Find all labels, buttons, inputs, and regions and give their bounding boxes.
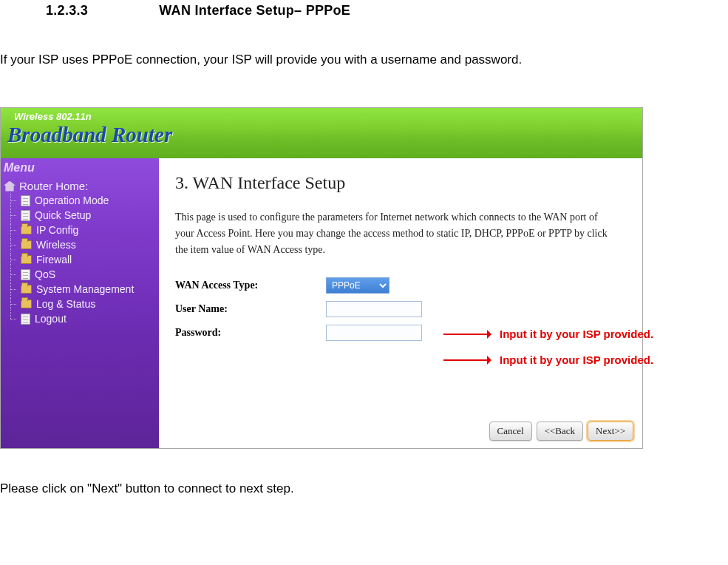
annotation-password-text: Input it by your ISP provided.	[500, 353, 653, 366]
password-label: Password:	[175, 327, 326, 339]
cancel-button[interactable]: Cancel	[489, 422, 532, 441]
tree-line-icon	[6, 297, 16, 311]
tree-line-icon	[6, 282, 16, 296]
sidebar-item-quick-setup[interactable]: Quick Setup	[6, 208, 159, 223]
next-button[interactable]: Next>>	[588, 422, 633, 441]
sidebar-root-label: Router Home:	[19, 180, 88, 192]
tree-line-icon	[6, 253, 16, 266]
folder-icon	[21, 226, 32, 234]
banner-wireless-label: Wireless 802.11n	[14, 111, 92, 122]
sidebar-item-logout[interactable]: Logout	[6, 311, 159, 326]
home-icon	[4, 181, 16, 192]
folder-icon	[21, 285, 32, 294]
sidebar-item-operation-mode[interactable]: Operation Mode	[6, 193, 159, 208]
annotation-password: Input it by your ISP provided.	[443, 353, 653, 366]
sidebar-item-label: IP Config	[36, 224, 78, 236]
sidebar-item-label: Quick Setup	[35, 209, 91, 221]
doc-section-title: WAN Interface Setup– PPPoE	[159, 3, 350, 18]
back-button[interactable]: <<Back	[537, 422, 583, 441]
sidebar-item-label: QoS	[35, 268, 55, 280]
folder-icon	[21, 240, 32, 249]
sidebar-item-label: Log & Status	[36, 298, 95, 310]
document-icon	[21, 269, 30, 280]
tree-line-icon	[6, 238, 16, 251]
sidebar-item-system-management[interactable]: System Management	[6, 282, 159, 297]
sidebar-menu-title: Menu	[1, 160, 159, 179]
router-admin-ui: Wireless 802.11n Broadband Router Menu R…	[0, 107, 643, 449]
sidebar-item-label: System Management	[36, 283, 134, 295]
annotation-username: Input it by your ISP provided.	[443, 328, 653, 340]
document-icon	[21, 195, 30, 206]
username-label: User Name:	[175, 303, 326, 315]
sidebar-item-label: Firewall	[36, 254, 72, 265]
sidebar-item-label: Logout	[35, 313, 67, 325]
folder-icon	[21, 300, 32, 308]
folder-icon	[21, 255, 32, 264]
arrow-icon	[443, 334, 489, 335]
wan-access-type-select[interactable]: PPPoE	[326, 277, 389, 294]
screenshot-wrap: Wireless 802.11n Broadband Router Menu R…	[0, 107, 728, 449]
tree-line-icon	[6, 268, 16, 281]
sidebar-item-log-status[interactable]: Log & Status	[6, 297, 159, 311]
password-input[interactable]	[326, 325, 422, 341]
content-heading: 3. WAN Interface Setup	[175, 173, 633, 193]
router-banner: Wireless 802.11n Broadband Router	[1, 108, 642, 158]
tree-line-icon	[6, 312, 16, 325]
doc-intro-text: If your ISP uses PPPoE connection, your …	[0, 20, 728, 73]
doc-section-heading: 1.2.3.3 WAN Interface Setup– PPPoE	[0, 0, 728, 20]
tree-line-icon	[6, 209, 16, 222]
sidebar: Menu Router Home: Operation ModeQuick Se…	[1, 158, 159, 448]
doc-outro-text: Please click on "Next" button to connect…	[0, 449, 728, 496]
sidebar-item-label: Wireless	[36, 239, 76, 251]
sidebar-root[interactable]: Router Home:	[4, 179, 159, 193]
tree-line-icon	[6, 194, 16, 207]
wan-access-type-label: WAN Access Type:	[175, 280, 326, 291]
content-description: This page is used to configure the param…	[175, 209, 619, 258]
username-input[interactable]	[326, 301, 422, 317]
tree-line-icon	[6, 223, 16, 237]
annotation-username-text: Input it by your ISP provided.	[500, 328, 653, 340]
doc-section-number: 1.2.3.3	[46, 3, 155, 18]
arrow-icon	[443, 359, 489, 361]
banner-title: Broadband Router	[7, 123, 172, 147]
document-icon	[21, 210, 30, 221]
sidebar-item-ip-config[interactable]: IP Config	[6, 223, 159, 237]
sidebar-item-firewall[interactable]: Firewall	[6, 252, 159, 267]
sidebar-item-qos[interactable]: QoS	[6, 267, 159, 282]
document-icon	[21, 314, 30, 325]
content-panel: 3. WAN Interface Setup This page is used…	[159, 158, 642, 448]
sidebar-item-label: Operation Mode	[35, 194, 109, 206]
sidebar-item-wireless[interactable]: Wireless	[6, 237, 159, 252]
